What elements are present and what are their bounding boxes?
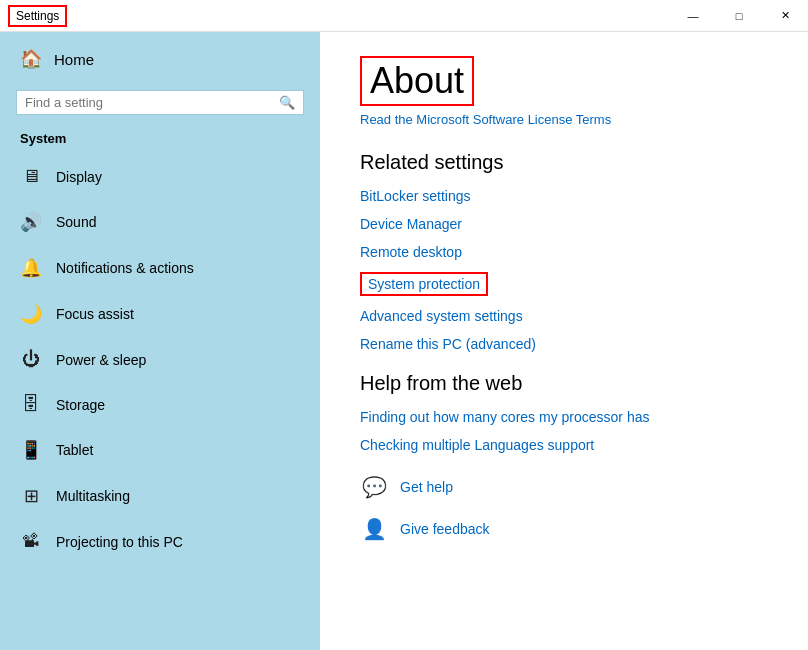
advanced-system-link[interactable]: Advanced system settings: [360, 308, 768, 324]
content-area: About Read the Microsoft Software Licens…: [320, 32, 808, 650]
sidebar-item-notifications[interactable]: 🔔 Notifications & actions: [0, 245, 320, 291]
search-input[interactable]: [25, 95, 279, 110]
sidebar-item-focus[interactable]: 🌙 Focus assist: [0, 291, 320, 337]
sidebar-item-tablet[interactable]: 📱 Tablet: [0, 427, 320, 473]
rename-pc-link[interactable]: Rename this PC (advanced): [360, 336, 768, 352]
sidebar-item-display[interactable]: 🖥 Display: [0, 154, 320, 199]
page-title: About: [360, 56, 474, 106]
give-feedback-item[interactable]: 👤 Give feedback: [360, 515, 768, 543]
storage-icon: 🗄: [20, 394, 42, 415]
sidebar-item-power-label: Power & sleep: [56, 352, 146, 368]
sidebar-item-projecting[interactable]: 📽 Projecting to this PC: [0, 519, 320, 564]
system-protection-link[interactable]: System protection: [360, 272, 488, 296]
sidebar-item-tablet-label: Tablet: [56, 442, 93, 458]
help-from-web-heading: Help from the web: [360, 372, 768, 395]
titlebar: Settings — □ ✕: [0, 0, 808, 32]
sidebar-item-notifications-label: Notifications & actions: [56, 260, 194, 276]
sidebar-item-power[interactable]: ⏻ Power & sleep: [0, 337, 320, 382]
get-help-item[interactable]: 💬 Get help: [360, 473, 768, 501]
sidebar-item-sound-label: Sound: [56, 214, 96, 230]
processor-cores-link[interactable]: Finding out how many cores my processor …: [360, 409, 768, 425]
power-icon: ⏻: [20, 349, 42, 370]
sidebar-item-storage[interactable]: 🗄 Storage: [0, 382, 320, 427]
sound-icon: 🔊: [20, 211, 42, 233]
focus-icon: 🌙: [20, 303, 42, 325]
sidebar-section-system: System: [0, 127, 320, 154]
minimize-button[interactable]: —: [670, 0, 716, 32]
titlebar-title: Settings: [8, 5, 67, 27]
display-icon: 🖥: [20, 166, 42, 187]
sidebar-item-storage-label: Storage: [56, 397, 105, 413]
sidebar-item-sound[interactable]: 🔊 Sound: [0, 199, 320, 245]
sidebar-search-box[interactable]: 🔍: [16, 90, 304, 115]
sidebar-item-projecting-label: Projecting to this PC: [56, 534, 183, 550]
get-help-label: Get help: [400, 479, 453, 495]
give-feedback-icon: 👤: [360, 515, 388, 543]
give-feedback-label: Give feedback: [400, 521, 490, 537]
tablet-icon: 📱: [20, 439, 42, 461]
titlebar-controls: — □ ✕: [670, 0, 808, 32]
sidebar-item-focus-label: Focus assist: [56, 306, 134, 322]
get-help-icon: 💬: [360, 473, 388, 501]
search-icon: 🔍: [279, 95, 295, 110]
license-terms-link[interactable]: Read the Microsoft Software License Term…: [360, 112, 768, 127]
related-settings-heading: Related settings: [360, 151, 768, 174]
notifications-icon: 🔔: [20, 257, 42, 279]
sidebar-item-multitasking[interactable]: ⊞ Multitasking: [0, 473, 320, 519]
device-manager-link[interactable]: Device Manager: [360, 216, 768, 232]
close-button[interactable]: ✕: [762, 0, 808, 32]
main-layout: 🏠 Home 🔍 System 🖥 Display 🔊 Sound 🔔 Noti…: [0, 32, 808, 650]
multitasking-icon: ⊞: [20, 485, 42, 507]
sidebar: 🏠 Home 🔍 System 🖥 Display 🔊 Sound 🔔 Noti…: [0, 32, 320, 650]
maximize-button[interactable]: □: [716, 0, 762, 32]
sidebar-home-label: Home: [54, 51, 94, 68]
sidebar-item-display-label: Display: [56, 169, 102, 185]
home-icon: 🏠: [20, 48, 42, 70]
remote-desktop-link[interactable]: Remote desktop: [360, 244, 768, 260]
bitlocker-link[interactable]: BitLocker settings: [360, 188, 768, 204]
languages-link[interactable]: Checking multiple Languages support: [360, 437, 768, 453]
projecting-icon: 📽: [20, 531, 42, 552]
sidebar-item-home[interactable]: 🏠 Home: [0, 32, 320, 86]
sidebar-item-multitasking-label: Multitasking: [56, 488, 130, 504]
